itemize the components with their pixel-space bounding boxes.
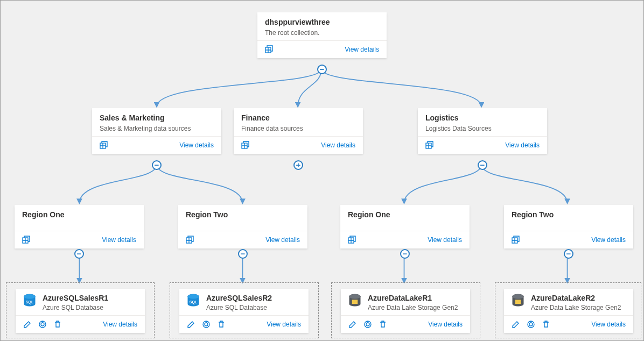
scan-icon[interactable] <box>38 320 47 329</box>
collection-subtitle: Sales & Marketing data sources <box>100 124 214 133</box>
svg-point-14 <box>188 294 199 299</box>
view-details-link[interactable]: View details <box>321 141 355 149</box>
collection-title: Sales & Marketing <box>100 112 214 123</box>
collapse-toggle-log-r1[interactable]: − <box>400 249 410 259</box>
collection-card-sales-r1[interactable]: Region One View details <box>15 205 144 248</box>
datasource-card-sql1[interactable]: SQL AzureSQLSalesR1 Azure SQL Database V… <box>16 289 145 333</box>
view-details-link[interactable]: View details <box>591 236 626 244</box>
datasource-title: AzureDataLakeR1 <box>368 293 458 303</box>
datasource-subtitle: Azure Data Lake Storage Gen2 <box>531 303 621 312</box>
edit-icon[interactable] <box>512 320 520 329</box>
datasource-card-sql2[interactable]: SQL AzureSQLSalesR2 Azure SQL Database V… <box>179 289 309 333</box>
svg-text:SQL: SQL <box>190 300 198 304</box>
delete-icon[interactable] <box>542 320 550 329</box>
collection-card-finance[interactable]: Finance Finance data sources View detail… <box>234 108 363 154</box>
collection-card-log-r2[interactable]: Region Two View details <box>504 205 633 248</box>
collection-icon[interactable] <box>348 236 356 244</box>
view-details-link[interactable]: View details <box>428 236 462 244</box>
datasource-card-adl1[interactable]: AzureDataLakeR1 Azure Data Lake Storage … <box>341 289 470 333</box>
collection-title: Region Two <box>186 209 300 220</box>
collection-icon[interactable] <box>512 236 520 244</box>
collapse-toggle-sales[interactable]: − <box>152 160 162 170</box>
svg-text:SQL: SQL <box>26 300 34 304</box>
view-details-link[interactable]: View details <box>505 141 540 149</box>
edit-icon[interactable] <box>187 320 195 329</box>
collection-icon[interactable] <box>186 236 194 244</box>
datasource-card-adl2[interactable]: AzureDataLakeR2 Azure Data Lake Storage … <box>504 289 633 333</box>
delete-icon[interactable] <box>53 320 62 329</box>
collapse-toggle-logistics[interactable]: − <box>478 160 487 170</box>
view-details-link[interactable]: View details <box>265 236 300 244</box>
view-details-link[interactable]: View details <box>102 236 136 244</box>
view-details-link[interactable]: View details <box>591 321 626 328</box>
svg-point-12 <box>41 323 44 326</box>
view-details-link[interactable]: View details <box>428 321 463 328</box>
azure-sql-icon: SQL <box>22 293 37 308</box>
svg-point-17 <box>205 323 208 326</box>
svg-point-19 <box>349 294 361 299</box>
collection-card-sales[interactable]: Sales & Marketing Sales & Marketing data… <box>92 108 221 154</box>
svg-point-24 <box>513 294 524 299</box>
collection-icon[interactable] <box>22 236 31 244</box>
datasource-title: AzureSQLSalesR1 <box>43 293 108 303</box>
collapse-toggle-sales-r1[interactable]: − <box>74 249 84 259</box>
delete-icon[interactable] <box>217 320 226 329</box>
collection-card-sales-r2[interactable]: Region Two View details <box>178 205 307 248</box>
delete-icon[interactable] <box>379 320 387 329</box>
collection-title: Region One <box>22 209 136 220</box>
view-details-link[interactable]: View details <box>345 46 379 53</box>
collection-subtitle: The root collection. <box>265 29 379 37</box>
collection-icon[interactable] <box>100 141 108 150</box>
datasource-subtitle: Azure SQL Database <box>206 303 272 312</box>
svg-rect-20 <box>352 300 358 304</box>
scan-icon[interactable] <box>202 320 211 329</box>
collection-subtitle: Finance data sources <box>241 124 355 133</box>
collection-icon[interactable] <box>265 45 274 54</box>
datasource-title: AzureDataLakeR2 <box>531 293 621 303</box>
collection-card-root[interactable]: dhsppurviewthree The root collection. Vi… <box>257 12 387 58</box>
collapse-toggle-root[interactable]: − <box>317 65 327 74</box>
collection-title: Finance <box>241 112 355 123</box>
scan-icon[interactable] <box>527 320 535 329</box>
view-details-link[interactable]: View details <box>179 141 214 149</box>
collection-title: Logistics <box>425 112 540 123</box>
view-details-link[interactable]: View details <box>103 321 137 328</box>
datasource-title: AzureSQLSalesR2 <box>206 293 272 303</box>
edit-icon[interactable] <box>348 320 357 329</box>
collapse-toggle-sales-r2[interactable]: − <box>238 249 248 259</box>
expand-toggle-finance[interactable]: + <box>293 160 303 170</box>
svg-point-22 <box>366 323 369 326</box>
scan-icon[interactable] <box>363 320 372 329</box>
collection-icon[interactable] <box>241 141 250 150</box>
collection-card-log-r1[interactable]: Region One View details <box>340 205 470 248</box>
collection-hierarchy-canvas: − − + − − − − − dhsppurviewthree The roo… <box>0 0 644 341</box>
svg-point-9 <box>24 294 36 299</box>
collection-card-logistics[interactable]: Logistics Logistics Data Sources View de… <box>418 108 547 154</box>
collection-subtitle: Logistics Data Sources <box>425 124 540 133</box>
collapse-toggle-log-r2[interactable]: − <box>564 249 573 259</box>
view-details-link[interactable]: View details <box>267 321 301 328</box>
datasource-subtitle: Azure Data Lake Storage Gen2 <box>368 303 458 312</box>
azure-datalake-icon <box>510 293 526 308</box>
svg-rect-25 <box>515 300 521 304</box>
collection-icon[interactable] <box>425 141 434 150</box>
collection-title: dhsppurviewthree <box>265 17 379 27</box>
collection-title: Region Two <box>512 209 626 220</box>
azure-datalake-icon <box>347 293 362 308</box>
azure-sql-icon: SQL <box>186 293 201 308</box>
collection-title: Region One <box>348 209 462 220</box>
svg-point-27 <box>529 323 533 326</box>
edit-icon[interactable] <box>23 320 32 329</box>
datasource-subtitle: Azure SQL Database <box>43 303 108 312</box>
